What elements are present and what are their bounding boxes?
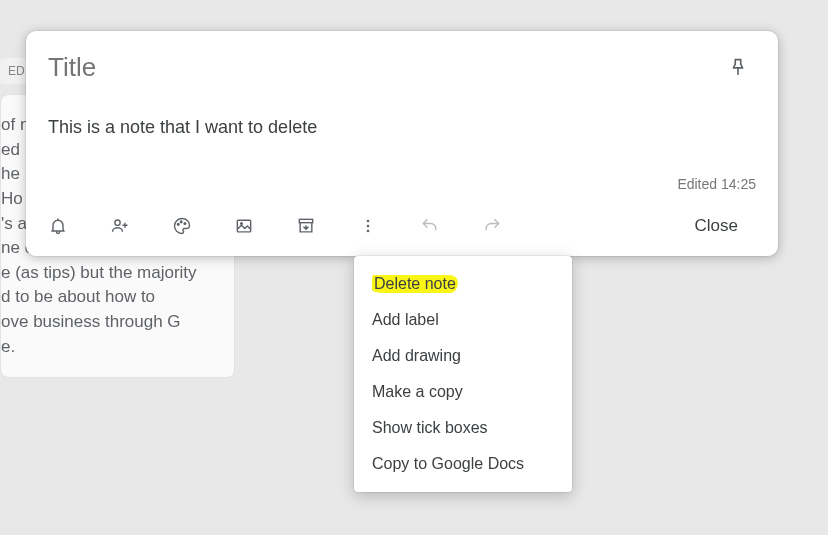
svg-rect-6 bbox=[299, 219, 312, 222]
menu-item-label: Add label bbox=[372, 311, 439, 328]
svg-rect-4 bbox=[237, 220, 250, 232]
pin-button[interactable] bbox=[720, 49, 756, 85]
add-image-button[interactable] bbox=[234, 206, 296, 246]
note-body-input[interactable]: This is a note that I want to delete bbox=[48, 117, 756, 138]
menu-item-label: Copy to Google Docs bbox=[372, 455, 524, 472]
person-add-icon bbox=[110, 216, 130, 236]
svg-point-5 bbox=[241, 223, 243, 225]
redo-icon bbox=[482, 216, 502, 236]
collaborator-button[interactable] bbox=[110, 206, 172, 246]
menu-item-delete-note[interactable]: Delete note bbox=[354, 266, 572, 302]
svg-point-0 bbox=[115, 220, 120, 225]
archive-button[interactable] bbox=[296, 206, 358, 246]
note-editor: This is a note that I want to delete Edi… bbox=[26, 31, 778, 256]
more-vert-icon bbox=[358, 216, 378, 236]
menu-item-label: Make a copy bbox=[372, 383, 463, 400]
menu-item-label: Show tick boxes bbox=[372, 419, 488, 436]
menu-item-make-a-copy[interactable]: Make a copy bbox=[354, 374, 572, 410]
note-title-input[interactable] bbox=[48, 52, 648, 83]
menu-item-add-drawing[interactable]: Add drawing bbox=[354, 338, 572, 374]
note-toolbar: Close bbox=[48, 206, 756, 246]
palette-icon bbox=[172, 216, 192, 236]
svg-point-1 bbox=[177, 224, 179, 226]
menu-item-label: Add drawing bbox=[372, 347, 461, 364]
svg-point-8 bbox=[367, 225, 370, 228]
menu-item-add-label[interactable]: Add label bbox=[354, 302, 572, 338]
image-icon bbox=[234, 216, 254, 236]
more-menu: Delete noteAdd labelAdd drawingMake a co… bbox=[354, 256, 572, 492]
undo-icon bbox=[420, 216, 440, 236]
menu-item-show-tick-boxes[interactable]: Show tick boxes bbox=[354, 410, 572, 446]
menu-item-copy-to-google-docs[interactable]: Copy to Google Docs bbox=[354, 446, 572, 482]
svg-point-9 bbox=[367, 230, 370, 233]
close-button[interactable]: Close bbox=[677, 208, 756, 244]
undo-button[interactable] bbox=[420, 206, 482, 246]
svg-point-2 bbox=[180, 221, 182, 223]
remind-me-button[interactable] bbox=[48, 206, 110, 246]
background-color-button[interactable] bbox=[172, 206, 234, 246]
pin-icon bbox=[727, 56, 749, 78]
more-button[interactable] bbox=[358, 206, 420, 246]
archive-icon bbox=[296, 216, 316, 236]
edited-timestamp: Edited 14:25 bbox=[48, 176, 756, 192]
bell-icon bbox=[48, 216, 68, 236]
svg-point-7 bbox=[367, 220, 370, 223]
menu-item-label: Delete note bbox=[372, 275, 458, 293]
redo-button[interactable] bbox=[482, 206, 544, 246]
svg-point-3 bbox=[184, 223, 186, 225]
